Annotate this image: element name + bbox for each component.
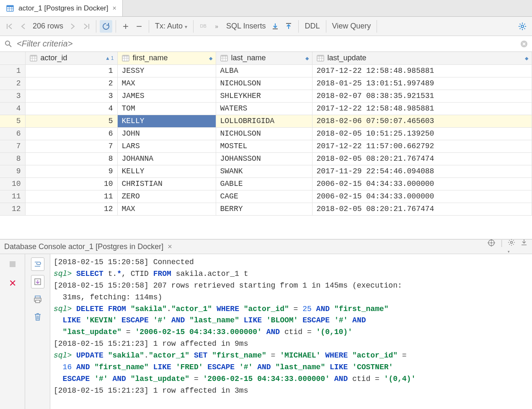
sql-inserts-dropdown[interactable]: SQL Inserts — [224, 22, 268, 31]
row-number[interactable]: 12 — [0, 203, 25, 215]
first-page-button[interactable] — [3, 20, 16, 33]
row-number[interactable]: 9 — [0, 165, 25, 177]
export-button[interactable] — [282, 20, 295, 33]
cell-first_name[interactable]: JOHN — [117, 127, 216, 140]
console-output[interactable]: [2018-02-15 15:20:58] Connectedsql> SELE… — [50, 254, 532, 409]
refresh-button[interactable] — [100, 20, 112, 33]
table-row[interactable]: 88JOHANNAJOHANSSON2018-02-05 08:20:21.76… — [0, 152, 532, 165]
settings-button[interactable] — [516, 20, 529, 33]
cell-first_name[interactable]: ZERO — [117, 190, 216, 203]
console-gear-icon[interactable]: ▾ — [508, 239, 515, 255]
filter-input[interactable] — [17, 39, 516, 49]
cell-actor_id[interactable]: 7 — [25, 140, 117, 152]
cell-first_name[interactable]: LARS — [117, 140, 216, 152]
cell-first_name[interactable]: MAX — [117, 77, 216, 90]
next-page-button[interactable] — [67, 20, 79, 33]
cell-last_update[interactable]: 2006-02-15 04:34:33.000000 — [312, 177, 532, 190]
cell-last_name[interactable]: WATERS — [216, 102, 312, 115]
clear-filter-icon[interactable] — [520, 40, 528, 48]
table-row[interactable]: 11JESSYALBA2017-12-22 12:58:48.985881 — [0, 64, 532, 77]
trash-icon[interactable] — [31, 310, 44, 324]
tx-mode-dropdown[interactable]: Tx: Auto ▾ — [152, 22, 190, 31]
view-query-button[interactable]: View Query — [330, 22, 374, 31]
cell-actor_id[interactable]: 4 — [25, 102, 117, 115]
cell-last_update[interactable]: 2018-01-25 13:01:51.997489 — [312, 77, 532, 90]
row-number[interactable]: 1 — [0, 64, 25, 77]
cell-first_name[interactable]: JAMES — [117, 90, 216, 102]
cell-last_name[interactable]: CAGE — [216, 190, 312, 203]
prev-page-button[interactable] — [17, 20, 29, 33]
cell-last_update[interactable]: 2017-12-22 11:57:00.662792 — [312, 140, 532, 152]
table-row[interactable]: 33JAMESSHLEYKHER2018-02-07 08:38:35.9215… — [0, 90, 532, 102]
console-target-icon[interactable] — [487, 239, 496, 255]
table-row[interactable]: 99KELLYSWANK2017-11-29 22:54:46.094088 — [0, 165, 532, 177]
add-row-button[interactable]: + — [119, 20, 132, 33]
cell-first_name[interactable]: CHRISTIAN — [117, 177, 216, 190]
cell-first_name[interactable]: JESSY — [117, 64, 216, 77]
ddl-button[interactable]: DDL — [302, 22, 322, 31]
cell-first_name[interactable]: KELLY — [117, 115, 216, 127]
cell-actor_id[interactable]: 3 — [25, 90, 117, 102]
row-number[interactable]: 7 — [0, 140, 25, 152]
cell-last_name[interactable]: MOSTEL — [216, 140, 312, 152]
console-download-icon[interactable] — [520, 239, 528, 255]
row-number[interactable]: 2 — [0, 77, 25, 90]
row-number[interactable]: 6 — [0, 127, 25, 140]
cell-actor_id[interactable]: 12 — [25, 203, 117, 215]
cell-first_name[interactable]: JOHANNA — [117, 152, 216, 165]
cell-first_name[interactable]: MAX — [117, 203, 216, 215]
column-header-actor_id[interactable]: actor_id▲ 1 — [25, 52, 117, 64]
cell-actor_id[interactable]: 11 — [25, 190, 117, 203]
cell-actor_id[interactable]: 5 — [25, 115, 117, 127]
remove-row-button[interactable]: − — [133, 20, 145, 33]
cell-first_name[interactable]: KELLY — [117, 165, 216, 177]
expand-button[interactable]: » — [210, 20, 223, 33]
cell-actor_id[interactable]: 2 — [25, 77, 117, 90]
sort-handle-icon[interactable]: ◆ — [209, 55, 212, 61]
open-editor-icon[interactable] — [31, 275, 44, 288]
cell-last_name[interactable]: BERRY — [216, 203, 312, 215]
table-row[interactable]: 22MAXNICHOLSON2018-01-25 13:01:51.997489 — [0, 77, 532, 90]
cell-last_update[interactable]: 2018-02-07 08:38:35.921531 — [312, 90, 532, 102]
row-number[interactable]: 11 — [0, 190, 25, 203]
cell-last_update[interactable]: 2018-02-05 08:20:21.767474 — [312, 152, 532, 165]
stop-icon[interactable] — [6, 257, 19, 271]
row-number[interactable]: 4 — [0, 102, 25, 115]
tab-close-icon[interactable]: × — [112, 5, 116, 12]
table-row[interactable]: 1010CHRISTIANGABLE2006-02-15 04:34:33.00… — [0, 177, 532, 190]
row-number[interactable]: 10 — [0, 177, 25, 190]
cell-last_update[interactable]: 2017-12-22 12:58:48.985881 — [312, 64, 532, 77]
row-number[interactable]: 3 — [0, 90, 25, 102]
column-header-last_name[interactable]: last_name◆ — [216, 52, 312, 64]
cell-actor_id[interactable]: 8 — [25, 152, 117, 165]
row-number[interactable]: 5 — [0, 115, 25, 127]
cell-last_name[interactable]: NICHOLSON — [216, 77, 312, 90]
table-row[interactable]: 44TOMWATERS2017-12-22 12:58:48.985881 — [0, 102, 532, 115]
cell-last_update[interactable]: 2006-02-15 04:34:33.000000 — [312, 190, 532, 203]
cell-last_update[interactable]: 2017-12-22 12:58:48.985881 — [312, 102, 532, 115]
sort-handle-icon[interactable]: ◆ — [305, 55, 309, 61]
cell-last_name[interactable]: LOLLOBRIGIDA — [216, 115, 312, 127]
cell-last_name[interactable]: NICHOLSON — [216, 127, 312, 140]
cell-last_update[interactable]: 2018-02-06 07:50:07.465603 — [312, 115, 532, 127]
sort-handle-icon[interactable]: ◆ — [525, 55, 528, 61]
cancel-icon[interactable]: ✕ — [6, 277, 19, 290]
table-row[interactable]: 1111ZEROCAGE2006-02-15 04:34:33.000000 — [0, 190, 532, 203]
table-row[interactable]: 1212MAXBERRY2018-02-05 08:20:21.767474 — [0, 203, 532, 215]
cell-last_update[interactable]: 2018-02-05 10:51:25.139250 — [312, 127, 532, 140]
cell-actor_id[interactable]: 6 — [25, 127, 117, 140]
row-number[interactable]: 8 — [0, 152, 25, 165]
table-row[interactable]: 66JOHNNICHOLSON2018-02-05 10:51:25.13925… — [0, 127, 532, 140]
column-header-last_update[interactable]: last_update◆ — [312, 52, 532, 64]
cell-last_name[interactable]: ALBA — [216, 64, 312, 77]
cell-actor_id[interactable]: 9 — [25, 165, 117, 177]
cell-actor_id[interactable]: 10 — [25, 177, 117, 190]
last-page-button[interactable] — [80, 20, 93, 33]
cell-first_name[interactable]: TOM — [117, 102, 216, 115]
wrap-icon[interactable] — [31, 257, 44, 271]
submit-button[interactable]: DB — [197, 20, 209, 33]
cell-last_name[interactable]: JOHANSSON — [216, 152, 312, 165]
console-close-icon[interactable]: × — [168, 242, 172, 251]
cell-last_name[interactable]: GABLE — [216, 177, 312, 190]
cell-last_name[interactable]: SWANK — [216, 165, 312, 177]
